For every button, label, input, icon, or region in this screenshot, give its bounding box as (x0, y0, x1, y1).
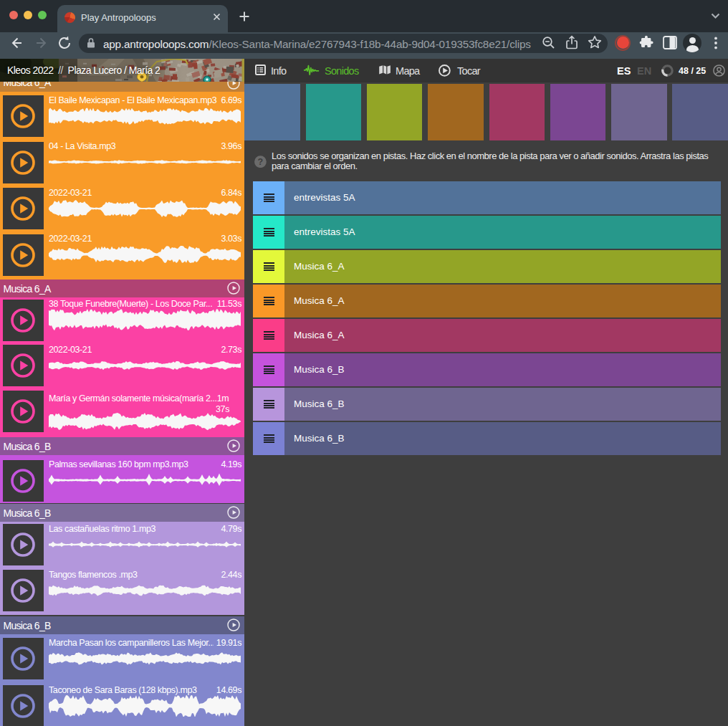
svg-text:?: ? (257, 157, 263, 167)
